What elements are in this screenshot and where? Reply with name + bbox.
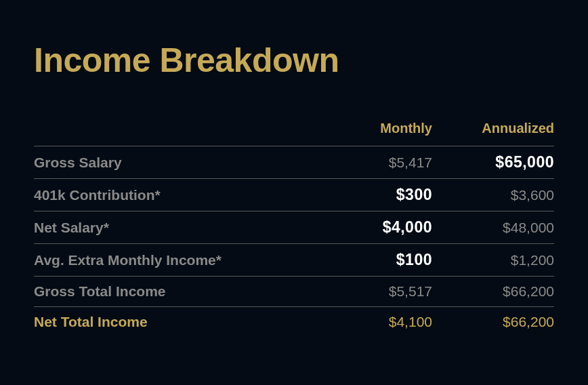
row-monthly: $4,100 — [337, 314, 446, 330]
header-monthly: Monthly — [337, 121, 446, 136]
row-annualized: $66,200 — [446, 314, 554, 330]
table-row: Gross Total Income$5,517$66,200 — [34, 276, 554, 306]
row-label: Gross Salary — [34, 155, 337, 171]
table-row: Gross Salary$5,417$65,000 — [34, 146, 554, 178]
table-row: Net Total Income$4,100$66,200 — [34, 306, 554, 337]
row-label: Net Salary* — [34, 220, 337, 236]
row-monthly: $300 — [337, 186, 446, 204]
table-row: Avg. Extra Monthly Income*$100$1,200 — [34, 243, 554, 276]
row-label: 401k Contribution* — [34, 187, 337, 203]
row-monthly: $5,417 — [337, 155, 446, 171]
table-body: Gross Salary$5,417$65,000401k Contributi… — [34, 146, 554, 337]
table-row: Net Salary*$4,000$48,000 — [34, 211, 554, 243]
row-label: Avg. Extra Monthly Income* — [34, 252, 337, 268]
table-header: Monthly Annualized — [34, 121, 554, 146]
table-row: 401k Contribution*$300$3,600 — [34, 178, 554, 211]
row-annualized: $1,200 — [446, 252, 554, 268]
row-annualized: $3,600 — [446, 187, 554, 203]
row-monthly: $100 — [337, 251, 446, 269]
row-monthly: $4,000 — [337, 218, 446, 237]
row-monthly: $5,517 — [337, 283, 446, 300]
page-title: Income Breakdown — [34, 41, 554, 80]
row-annualized: $48,000 — [446, 220, 554, 236]
header-annualized: Annualized — [446, 121, 554, 136]
income-table: Monthly Annualized Gross Salary$5,417$65… — [34, 121, 554, 337]
row-label: Gross Total Income — [34, 283, 337, 300]
row-annualized: $65,000 — [446, 153, 554, 171]
row-annualized: $66,200 — [446, 283, 554, 300]
row-label: Net Total Income — [34, 314, 337, 330]
